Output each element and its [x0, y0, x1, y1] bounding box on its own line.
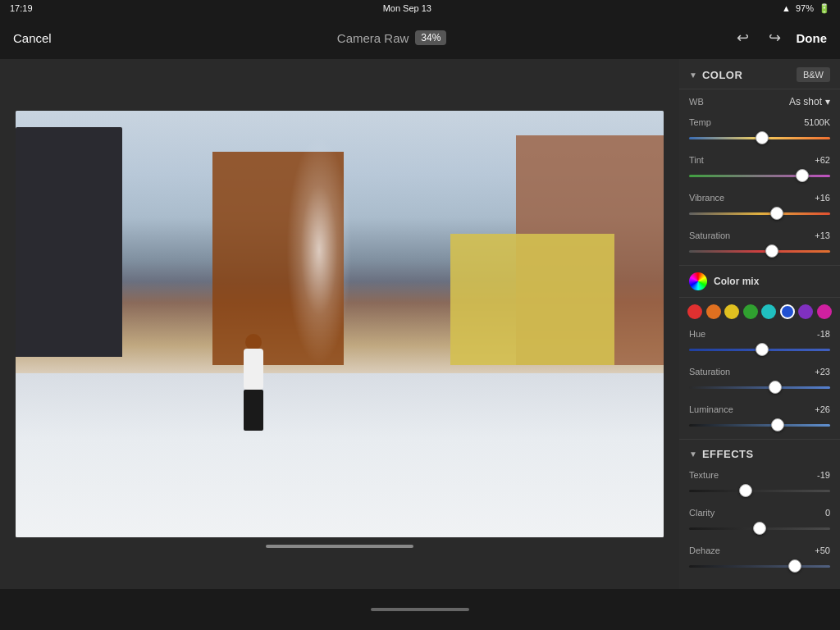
dehaze-thumb[interactable] — [788, 559, 801, 573]
tint-slider-row: Tint +62 — [679, 152, 840, 189]
hue-thumb[interactable] — [756, 343, 769, 356]
effects-chevron[interactable]: ▼ — [689, 450, 697, 459]
photo-canvas — [16, 111, 664, 537]
dehaze-track[interactable] — [689, 559, 830, 573]
wb-value: As shot — [789, 96, 822, 107]
luminance-value: +26 — [815, 404, 830, 414]
bottom-toolbar — [0, 589, 840, 630]
redo-button[interactable]: ↪ — [764, 25, 786, 50]
color-section-header: ▼ COLOR B&W — [679, 59, 840, 89]
battery-icon: 🔋 — [819, 3, 830, 14]
color-mix-header: Color mix — [679, 265, 840, 298]
dehaze-value: +50 — [815, 546, 830, 555]
luminance-label: Luminance — [689, 404, 733, 414]
tint-label: Tint — [689, 155, 704, 165]
texture-track[interactable] — [689, 483, 830, 498]
figure — [237, 332, 270, 431]
color-chevron[interactable]: ▼ — [689, 71, 697, 80]
color-circle-green[interactable] — [743, 304, 758, 319]
bw-button[interactable]: B&W — [797, 67, 830, 82]
clarity-value: 0 — [825, 508, 830, 518]
temp-value: 5100K — [804, 117, 830, 127]
colormix-sat-track[interactable] — [689, 380, 830, 395]
texture-label: Texture — [689, 470, 719, 480]
cancel-button[interactable]: Cancel — [13, 31, 52, 45]
color-circle-magenta[interactable] — [817, 304, 832, 319]
color-mix-label: Color mix — [714, 276, 759, 287]
wb-row: WB As shot ▾ — [679, 89, 840, 114]
vibrance-thumb[interactable] — [770, 207, 783, 220]
texture-slider-row: Texture -19 — [679, 467, 840, 504]
hue-value: -18 — [817, 329, 830, 339]
color-circle-blue[interactable] — [780, 304, 795, 319]
undo-button[interactable]: ↩ — [732, 25, 754, 50]
colormix-sat-value: +23 — [815, 367, 830, 377]
tint-thumb[interactable] — [796, 169, 809, 182]
right-panel: ▼ COLOR B&W WB As shot ▾ Temp 5100K — [679, 59, 840, 589]
temp-label: Temp — [689, 117, 711, 127]
hue-label: Hue — [689, 329, 705, 339]
status-time: 17:19 — [10, 3, 33, 13]
snow-ground — [16, 373, 664, 537]
luminance-slider-row: Luminance +26 — [679, 401, 840, 439]
snow-spray — [286, 135, 352, 365]
color-circle-orange[interactable] — [706, 304, 721, 319]
color-mix-icon — [689, 272, 707, 290]
color-circle-red[interactable] — [687, 304, 702, 319]
luminance-thumb[interactable] — [771, 418, 784, 431]
dehaze-slider-row: Dehaze +50 — [679, 542, 840, 580]
photo-scrollbar[interactable] — [266, 545, 413, 548]
colormix-sat-thumb[interactable] — [769, 381, 782, 394]
texture-value: -19 — [817, 470, 830, 480]
photo-area — [0, 59, 679, 589]
dehaze-label: Dehaze — [689, 546, 720, 555]
clarity-label: Clarity — [689, 508, 714, 518]
color-circle-purple[interactable] — [798, 304, 813, 319]
figure-body — [244, 349, 263, 390]
tint-track[interactable] — [689, 168, 830, 183]
battery-level: 97% — [796, 3, 814, 13]
figure-head — [245, 334, 262, 350]
scroll-indicator[interactable] — [371, 608, 469, 611]
vibrance-label: Vibrance — [689, 193, 724, 203]
wb-label: WB — [689, 97, 704, 107]
done-button[interactable]: Done — [796, 31, 827, 45]
temp-thumb[interactable] — [756, 131, 769, 144]
vibrance-slider-row: Vibrance +16 — [679, 189, 840, 227]
zoom-badge: 34% — [415, 30, 446, 45]
top-bar: Cancel Camera Raw 34% ↩ ↪ Done — [0, 16, 840, 59]
temp-slider-row: Temp 5100K — [679, 114, 840, 152]
wb-select[interactable]: As shot ▾ — [789, 96, 830, 107]
vibrance-track[interactable] — [689, 206, 830, 221]
color-circles — [679, 298, 840, 326]
saturation-thumb[interactable] — [765, 244, 778, 258]
luminance-track[interactable] — [689, 418, 830, 432]
hue-track[interactable] — [689, 342, 830, 357]
clarity-slider-row: Clarity 0 — [679, 504, 840, 542]
saturation-slider-row: Saturation +13 — [679, 227, 840, 265]
figure-legs — [244, 390, 263, 431]
vibrance-value: +16 — [815, 193, 830, 203]
temp-track[interactable] — [689, 130, 830, 145]
building-left — [16, 127, 122, 357]
effects-section-title: EFFECTS — [702, 448, 754, 460]
main-content: ▼ COLOR B&W WB As shot ▾ Temp 5100K — [0, 59, 840, 589]
color-circle-yellow[interactable] — [724, 304, 739, 319]
colormix-sat-label: Saturation — [689, 367, 730, 377]
building-yellow — [450, 234, 614, 365]
saturation-label: Saturation — [689, 231, 730, 240]
status-date: Mon Sep 13 — [383, 3, 431, 13]
clarity-track[interactable] — [689, 521, 830, 536]
status-bar: 17:19 Mon Sep 13 ▲ 97% 🔋 — [0, 0, 840, 16]
saturation-track[interactable] — [689, 244, 830, 258]
wifi-icon: ▲ — [782, 3, 791, 13]
color-circle-aqua[interactable] — [761, 304, 776, 319]
texture-thumb[interactable] — [739, 484, 752, 497]
saturation-value: +13 — [815, 231, 830, 240]
tint-value: +62 — [815, 155, 830, 165]
effects-section-header: ▼ EFFECTS — [679, 439, 840, 467]
hue-slider-row: Hue -18 — [679, 326, 840, 363]
color-sliders: Temp 5100K Tint +62 — [679, 114, 840, 265]
wb-chevron-icon: ▾ — [825, 96, 830, 107]
clarity-thumb[interactable] — [753, 522, 766, 535]
